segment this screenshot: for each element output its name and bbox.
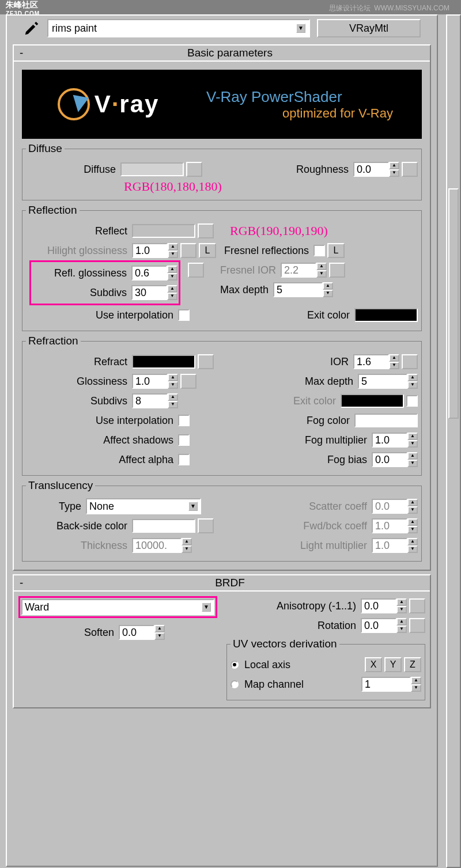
local-axis-radio[interactable] [231,661,239,669]
refract-map-button[interactable] [198,354,214,369]
fresnel-checkbox[interactable] [313,245,325,256]
refr-subdivs-input[interactable]: 8 [132,393,168,408]
refl-gloss-input[interactable]: 0.6 [131,266,167,281]
scatter-input[interactable]: 0.0 [372,499,407,514]
refl-subdivs-label: Subdivs [32,287,129,299]
thickness-input[interactable]: 10000. [132,538,182,553]
reflect-color-swatch[interactable] [132,224,195,238]
refr-interp-label: Use interpolation [26,415,176,427]
axis-y-button[interactable]: Y [384,657,402,672]
refr-exitcolor-checkbox[interactable] [406,395,418,407]
refr-maxdepth-label: Max depth [305,376,356,388]
scatter-label: Scatter coeff [309,501,369,513]
soften-input[interactable]: 0.0 [119,625,154,640]
fresnel-label: Fresnel reflections [224,245,311,257]
back-color-map-button[interactable] [198,518,214,533]
refl-subdivs-input[interactable]: 30 [131,285,167,300]
affect-shadows-checkbox[interactable] [178,434,190,446]
refr-interp-checkbox[interactable] [178,415,190,426]
diffuse-map-button[interactable] [186,162,202,177]
collapse-icon: - [20,47,30,59]
collapse-icon: - [20,577,30,589]
refr-exitcolor-swatch[interactable] [341,394,404,408]
axis-z-button[interactable]: Z [404,657,421,672]
refl-gloss-map-button[interactable] [188,263,204,278]
refr-maxdepth-input[interactable]: 5 [358,374,407,389]
fog-bias-input[interactable]: 0.0 [372,452,407,467]
l-button[interactable]: L [199,243,216,258]
reflect-label: Reflect [26,225,130,237]
reflect-map-button[interactable] [198,223,214,238]
affect-alpha-checkbox[interactable] [178,454,190,465]
rotation-label: Rotation [226,620,358,632]
eyedropper-icon[interactable] [23,20,40,37]
ior-input[interactable]: 1.6 [353,354,389,369]
map-channel-input[interactable]: 1 [361,677,411,692]
anisotropy-input[interactable]: 0.0 [361,598,396,613]
uv-legend: UV vectors derivation [231,638,339,650]
material-type-button[interactable]: VRayMtl [317,19,421,37]
translucency-type-dropdown[interactable]: None ▼ [86,498,201,514]
map-channel-label: Map channel [241,679,306,691]
vray-banner: V·ray V-Ray PowerShader optimized for V-… [22,70,422,139]
fog-color-label: Fog color [307,415,352,427]
refl-interp-checkbox[interactable] [178,309,190,321]
diffuse-color-swatch[interactable] [120,162,184,176]
fresnel-l-button[interactable]: L [327,243,345,258]
diffuse-label: Diffuse [26,164,118,176]
vertical-scrollbar[interactable] [446,14,461,868]
anisotropy-map-button[interactable] [409,598,425,613]
refl-exitcolor-swatch[interactable] [354,308,418,322]
fog-mult-input[interactable]: 1.0 [372,433,407,448]
chevron-down-icon: ▼ [296,24,305,33]
hilight-gloss-input[interactable]: 1.0 [132,243,168,258]
refr-subdivs-label: Subdivs [26,395,130,407]
diffuse-group: Diffuse Diffuse Roughness 0.0▲▼ RGB(180,… [22,142,422,200]
fresnel-ior-map-button[interactable] [329,263,345,278]
material-name: rims paint [52,22,97,35]
back-color-swatch[interactable] [132,519,195,533]
light-mult-input[interactable]: 1.0 [372,538,407,553]
hilight-gloss-map-button[interactable] [180,243,197,258]
refr-gloss-map-button[interactable] [180,374,197,389]
basic-parameters-header[interactable]: - Basic parameters [14,46,430,62]
rotation-map-button[interactable] [409,618,425,633]
fwdbck-label: Fwd/bck coeff [303,520,369,532]
map-channel-radio[interactable] [231,680,239,688]
brdf-header[interactable]: - BRDF [14,575,430,592]
soften-label: Soften [18,627,116,639]
ior-map-button[interactable] [402,354,418,369]
brdf-type-dropdown[interactable]: Ward ▼ [21,599,214,615]
roughness-input[interactable]: 0.0 [353,162,389,177]
spin-down-icon[interactable]: ▼ [389,169,399,177]
translucency-group: Translucency Type None ▼ Scatter coeff 0… [22,479,422,562]
refr-exitcolor-label: Exit color [293,395,338,407]
hilight-gloss-label: Hilight glossiness [26,245,130,257]
refl-maxdepth-input[interactable]: 5 [273,282,323,297]
local-axis-label: Local axis [241,659,293,671]
axis-x-button[interactable]: X [365,657,382,672]
affect-shadows-label: Affect shadows [26,434,176,446]
fog-mult-label: Fog multiplier [305,434,369,446]
material-name-dropdown[interactable]: rims paint ▼ [47,19,310,37]
refl-interp-label: Use interpolation [26,309,176,321]
material-editor-panel: rims paint ▼ VRayMtl - Basic parameters … [6,14,438,867]
refr-gloss-input[interactable]: 1.0 [132,374,168,389]
affect-alpha-label: Affect alpha [26,454,176,466]
rotation-input[interactable]: 0.0 [361,618,396,633]
chevron-down-icon: ▼ [202,602,211,612]
refract-color-swatch[interactable] [132,355,195,369]
refl-maxdepth-label: Max depth [220,284,271,296]
roughness-map-button[interactable] [402,162,418,177]
uv-vectors-group: UV vectors derivation Local axis X Y Z [226,638,425,700]
banner-line2: optimized for V-Ray [206,106,410,121]
fog-color-swatch[interactable] [354,414,418,427]
translucency-legend: Translucency [26,479,95,492]
refl-exitcolor-label: Exit color [307,309,352,321]
fwdbck-input[interactable]: 1.0 [372,518,407,533]
scrollbar-thumb[interactable] [448,188,459,419]
ior-label: IOR [330,356,351,368]
diffuse-rgb-annotation: RGB(180,180,180) [26,179,418,194]
fresnel-ior-input[interactable]: 2.2 [281,263,316,278]
spin-up-icon[interactable]: ▲ [389,162,399,169]
